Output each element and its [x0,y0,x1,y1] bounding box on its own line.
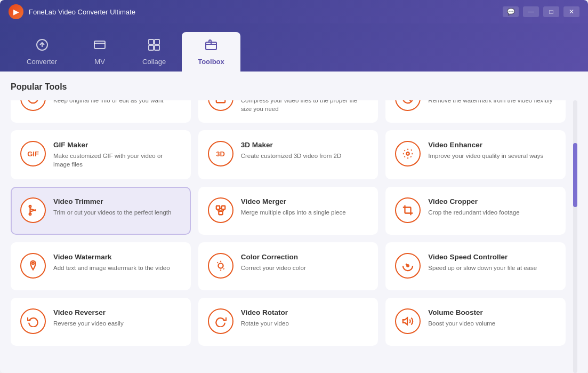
minimize-icon: — [528,8,534,15]
svg-point-15 [29,205,31,208]
tool-card-volume[interactable]: Volume Booster Boost your video volume [385,298,566,346]
tool-name-speed: Video Speed Controller [428,253,556,261]
tool-info-trimmer: Video Trimmer Trim or cut your videos to… [53,197,181,217]
tool-card-enhancer[interactable]: Video Enhancer Improve your video qualit… [385,130,566,179]
nav-bar: Converter MV Collage [0,23,588,72]
tool-info-volume: Volume Booster Boost your video volume [428,308,556,328]
tool-name-cropper: Video Cropper [428,197,556,205]
tool-icon-metadata [20,100,46,111]
tool-card-trimmer[interactable]: Video Trimmer Trim or cut your videos to… [11,187,191,235]
mv-icon [93,38,106,54]
tool-name-rotator: Video Rotator [241,308,369,316]
tool-info-rotator: Video Rotator Rotate your video [241,308,369,328]
collage-icon [148,38,160,54]
titlebar-left: ▶ FoneLab Video Converter Ultimate [9,4,135,19]
tool-name-3d: 3D Maker [241,141,369,149]
main-content: Popular Tools Media Metadata Editor Keep… [0,72,588,373]
maximize-button[interactable]: □ [543,6,559,17]
tab-collage[interactable]: Collage [126,32,182,72]
tool-info-video-watermark: Video Watermark Add text and image water… [53,253,181,272]
tab-converter[interactable]: Converter [11,32,73,72]
tool-info-cropper: Video Cropper Crop the redundant video f… [428,197,556,217]
tool-info-merger: Video Merger Merge multiple clips into a… [241,197,369,217]
minimize-button[interactable]: — [523,6,539,17]
tool-name-color: Color Correction [241,253,369,261]
tool-card-merger[interactable]: Video Merger Merge multiple clips into a… [198,187,378,235]
tool-name-reverser: Video Reverser [53,308,181,316]
tool-card-gif[interactable]: GIF GIF Maker Make customized GIF with y… [11,130,191,179]
tool-card-color[interactable]: Color Correction Correct your video colo… [198,242,378,290]
tool-info-speed: Video Speed Controller Speed up or slow … [428,253,556,272]
tool-name-volume: Volume Booster [428,308,556,316]
tool-icon-trimmer [20,197,46,223]
svg-rect-19 [219,211,222,215]
tool-desc-video-watermark: Add text and image watermark to the vide… [53,264,181,272]
tool-card-metadata[interactable]: Media Metadata Editor Keep original file… [11,100,191,123]
tool-icon-reverser [20,308,46,334]
svg-line-12 [405,100,412,101]
tool-icon-rotator [208,308,233,334]
tool-icon-merger [208,197,233,223]
svg-marker-25 [403,318,407,325]
tab-collage-label: Collage [142,58,166,66]
svg-rect-2 [149,39,154,44]
svg-point-14 [29,213,31,216]
feedback-button[interactable]: 💬 [503,6,519,17]
svg-point-22 [32,263,34,265]
tool-info-compress: Video Compressor Compress your video fil… [241,100,369,113]
tool-desc-metadata: Keep original file info or edit as you w… [53,100,181,105]
close-icon: ✕ [569,8,574,15]
tool-icon-compress [208,100,233,111]
section-title: Popular Tools [11,82,577,92]
tool-name-enhancer: Video Enhancer [428,141,556,149]
tab-toolbox[interactable]: Toolbox [182,32,240,72]
tool-card-video-watermark[interactable]: Video Watermark Add text and image water… [11,242,191,290]
svg-rect-3 [155,39,159,44]
titlebar-controls: 💬 — □ ✕ [503,6,579,17]
tab-mv[interactable]: MV [73,32,126,72]
tool-card-cropper[interactable]: Video Cropper Crop the redundant video f… [385,187,566,235]
app-window: ▶ FoneLab Video Converter Ultimate 💬 — □… [0,0,588,373]
tool-card-watermark-remove[interactable]: Watermark Remover Remove the watermark f… [385,100,566,123]
converter-icon [36,38,49,54]
tool-icon-cropper [395,197,421,223]
tool-info-watermark-remove: Watermark Remover Remove the watermark f… [428,100,556,105]
tool-icon-enhancer [395,141,421,166]
maximize-icon: □ [549,8,553,15]
tool-icon-watermark-remove [395,100,421,111]
tab-converter-label: Converter [27,58,57,66]
tool-name-gif: GIF Maker [53,141,181,149]
tool-desc-watermark-remove: Remove the watermark from the video flex… [428,100,556,105]
tool-desc-merger: Merge multiple clips into a single piece [241,208,369,217]
tool-icon-video-watermark [20,253,46,279]
tool-card-compress[interactable]: Video Compressor Compress your video fil… [198,100,378,123]
feedback-icon: 💬 [507,8,515,15]
3d-label: 3D [216,150,225,158]
tab-toolbox-label: Toolbox [198,58,224,66]
tool-name-trimmer: Video Trimmer [53,197,181,205]
tool-card-rotator[interactable]: Video Rotator Rotate your video [198,298,378,346]
scrollbar-thumb[interactable] [573,143,577,207]
svg-rect-21 [405,208,411,213]
tool-name-merger: Video Merger [241,197,369,205]
tool-card-3d[interactable]: 3D 3D Maker Create customized 3D video f… [198,130,378,179]
close-button[interactable]: ✕ [563,6,579,17]
svg-rect-5 [155,45,159,50]
tool-icon-volume [395,308,421,334]
tool-info-gif: GIF Maker Make customized GIF with your … [53,141,181,169]
app-title: FoneLab Video Converter Ultimate [29,8,135,16]
svg-rect-1 [94,41,105,49]
tool-info-metadata: Media Metadata Editor Keep original file… [53,100,181,105]
scrollbar-track[interactable] [573,100,577,373]
tool-card-speed[interactable]: Video Speed Controller Speed up or slow … [385,242,566,290]
tools-grid: Media Metadata Editor Keep original file… [11,100,566,353]
tool-card-reverser[interactable]: Video Reverser Reverse your video easily [11,298,191,346]
tools-scroll[interactable]: Media Metadata Editor Keep original file… [11,100,570,373]
tool-desc-cropper: Crop the redundant video footage [428,208,556,217]
tool-desc-trimmer: Trim or cut your videos to the perfect l… [53,208,181,217]
toolbox-icon [205,38,218,54]
svg-rect-17 [216,206,219,209]
tool-desc-speed: Speed up or slow down your file at ease [428,264,556,272]
tool-info-3d: 3D Maker Create customized 3D video from… [241,141,369,160]
titlebar: ▶ FoneLab Video Converter Ultimate 💬 — □… [0,0,588,23]
